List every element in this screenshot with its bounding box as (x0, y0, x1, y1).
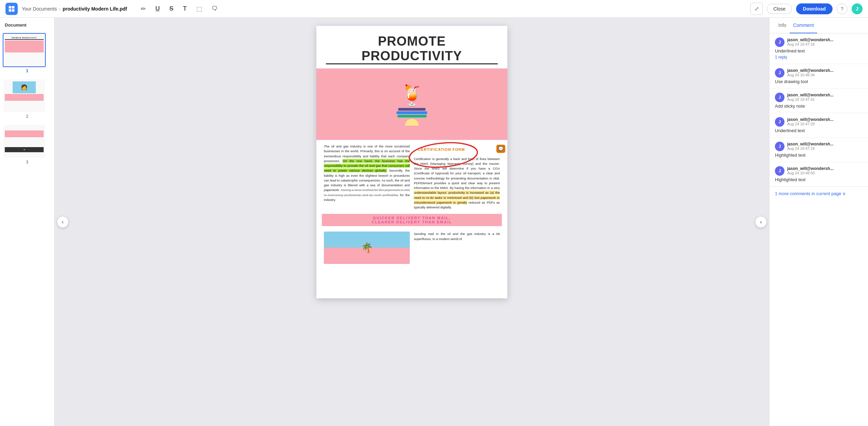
comment-header: J jason_will@wondersh... Aug 24 10:47:41 (775, 93, 863, 102)
comment-meta: jason_will@wondersh... Aug 24 10:47:41 (787, 93, 834, 101)
comment-header: J jason_will@wondersh... Aug 24 10:47:16 (775, 37, 863, 47)
page-thumb-1[interactable]: PROMOTE PRODUCTIVITY 1 (0, 30, 54, 76)
avatar[interactable]: J (852, 3, 863, 14)
main-layout: Document PROMOTE PRODUCTIVITY 1 (0, 18, 868, 426)
page-thumb-3[interactable]: 🤝 3 (0, 122, 54, 167)
comment-time: Aug 24 10:47:16 (787, 42, 834, 46)
tab-info[interactable]: Info (775, 18, 790, 33)
comment-avatar: J (775, 37, 784, 47)
header-right: ⤢ Close Download ? J (750, 3, 863, 15)
comment-user: jason_will@wondersh... (787, 68, 834, 73)
comment-text: Underlined text (775, 48, 863, 53)
text-icon[interactable]: T (182, 4, 188, 14)
comment-bubble[interactable]: 💬 (496, 145, 505, 153)
comment-text: Add sticky note (775, 104, 863, 109)
pdf-col-left: The oil and gas industry is one of the m… (322, 144, 412, 210)
page-num-1: 1 (3, 68, 51, 73)
breadcrumb: Your Documents › productivity Modern Lif… (22, 6, 127, 12)
comment-avatar: J (775, 93, 784, 102)
comment-user: jason_will@wondersh... (787, 117, 834, 122)
col-bottom-text: Sending mail in the oil and the gas indu… (414, 232, 500, 241)
pdf-col-bottom-right: Sending mail in the oil and the gas indu… (412, 232, 502, 264)
comment-avatar: J (775, 68, 784, 78)
left-sidebar: Document PROMOTE PRODUCTIVITY 1 (0, 18, 55, 426)
comment-time: Aug 24 10:47:41 (787, 97, 834, 101)
more-comments-link[interactable]: 1 more comments in current page ∨ (769, 187, 868, 200)
pdf-title: PROMOTE PRODUCTIVITY (316, 26, 507, 63)
comment-meta: jason_will@wondersh... Aug 24 10:47:29 (787, 117, 834, 126)
comment-item: J jason_will@wondersh... Aug 24 10:48:34… (769, 64, 868, 89)
breadcrumb-separator: › (59, 6, 61, 12)
comment-item: J jason_will@wondersh... Aug 24 10:47:19… (769, 138, 868, 162)
comment-time: Aug 24 10:48:50 (787, 171, 834, 175)
app-logo (5, 3, 18, 15)
comment-text: Highlighted text (775, 177, 863, 182)
comment-item: J jason_will@wondersh... Aug 24 10:47:41… (769, 89, 868, 113)
breadcrumb-filename: productivity Modern Life.pdf (63, 6, 127, 12)
comment-item: J jason_will@wondersh... Aug 24 10:48:50… (769, 162, 868, 187)
comment-user: jason_will@wondersh... (787, 166, 834, 171)
close-button[interactable]: Close (767, 4, 792, 14)
comment-user: jason_will@wondersh... (787, 142, 834, 146)
pink-section: QUICKER DELIVERY THAN MAIL, CLEARER DELI… (322, 214, 502, 226)
page-thumb-2[interactable]: 🧑 2 (0, 76, 54, 122)
pdf-body-bottom: 🌴 Sending mail in the oil and the gas in… (316, 227, 507, 268)
pink-heading-1: QUICKER DELIVERY THAN MAIL, (325, 216, 498, 220)
cert-title: CERTIFICATION FORM (418, 147, 496, 153)
chevron-down-icon: ∨ (842, 191, 846, 196)
pink-heading-2: CLEARER DELIVERY THAN EMAIL (325, 220, 498, 224)
comment-text: Underlined text (775, 128, 863, 133)
comment-meta: jason_will@wondersh... Aug 24 10:48:50 (787, 166, 834, 175)
erase-icon[interactable]: ⬚ (195, 4, 204, 14)
pencil-icon[interactable]: ✏ (139, 4, 147, 14)
comment-user: jason_will@wondersh... (787, 93, 834, 97)
comment-meta: jason_will@wondersh... Aug 24 10:47:16 (787, 37, 834, 46)
col1-p1: The oil and gas industry is one of the m… (324, 144, 410, 202)
pdf-body: The oil and gas industry is one of the m… (316, 140, 507, 214)
comment-header: J jason_will@wondersh... Aug 24 10:48:50 (775, 166, 863, 176)
pdf-top-image: 🍹 (316, 68, 507, 140)
breadcrumb-root[interactable]: Your Documents (22, 6, 57, 12)
comment-header: J jason_will@wondersh... Aug 24 10:48:34 (775, 68, 863, 78)
comment-header: J jason_will@wondersh... Aug 24 10:47:29 (775, 117, 863, 127)
comment-avatar: J (775, 166, 784, 176)
comment-header: J jason_will@wondersh... Aug 24 10:47:19 (775, 142, 863, 151)
comment-time: Aug 24 10:47:19 (787, 146, 834, 151)
pdf-page: PROMOTE PRODUCTIVITY 🍹 The oil (316, 26, 507, 298)
page-num-2: 2 (3, 114, 51, 119)
col2-cert-body: Certification is generally a back and fo… (414, 157, 500, 210)
comment-meta: jason_will@wondersh... Aug 24 10:48:34 (787, 68, 834, 77)
external-link-button[interactable]: ⤢ (750, 3, 763, 15)
toolbar: ✏ U S T ⬚ 🗨 (139, 4, 219, 14)
comments-list: J jason_will@wondersh... Aug 24 10:47:16… (769, 33, 868, 426)
title-underline (326, 63, 498, 64)
prev-page-button[interactable]: ‹ (57, 217, 68, 227)
comment-icon[interactable]: 🗨 (210, 4, 219, 14)
page-num-3: 3 (3, 160, 51, 164)
right-sidebar: Info Comment J jason_will@wondersh... Au… (769, 18, 868, 426)
right-sidebar-tabs: Info Comment (769, 18, 868, 33)
header: Your Documents › productivity Modern Lif… (0, 0, 868, 18)
comment-meta: jason_will@wondersh... Aug 24 10:47:19 (787, 142, 834, 151)
comment-avatar: J (775, 142, 784, 151)
comment-avatar: J (775, 117, 784, 127)
comment-time: Aug 24 10:48:34 (787, 73, 834, 77)
underline-icon[interactable]: U (154, 4, 161, 14)
comment-item: J jason_will@wondersh... Aug 24 10:47:16… (769, 33, 868, 64)
pdf-col-right: 💬 CERTIFICATION FORM Certification is ge… (412, 144, 502, 210)
download-button[interactable]: Download (796, 3, 833, 14)
help-button[interactable]: ? (837, 3, 848, 14)
comment-text: Use drawing tool (775, 79, 863, 84)
comment-text: Highlighted text (775, 153, 863, 158)
next-page-button[interactable]: › (755, 217, 766, 227)
comment-item: J jason_will@wondersh... Aug 24 10:47:29… (769, 113, 868, 138)
tab-comment[interactable]: Comment (790, 18, 817, 33)
certification-box: 💬 CERTIFICATION FORM (414, 144, 500, 155)
strikethrough-icon[interactable]: S (168, 4, 175, 14)
content-area: ‹ › PROMOTE PRODUCTIVITY 🍹 (55, 18, 769, 426)
sidebar-title: Document (0, 18, 54, 30)
comment-user: jason_will@wondersh... (787, 37, 834, 42)
comment-time: Aug 24 10:47:29 (787, 122, 834, 126)
comment-reply[interactable]: 1 reply (775, 55, 863, 60)
pdf-col-bottom-left: 🌴 (322, 232, 412, 264)
